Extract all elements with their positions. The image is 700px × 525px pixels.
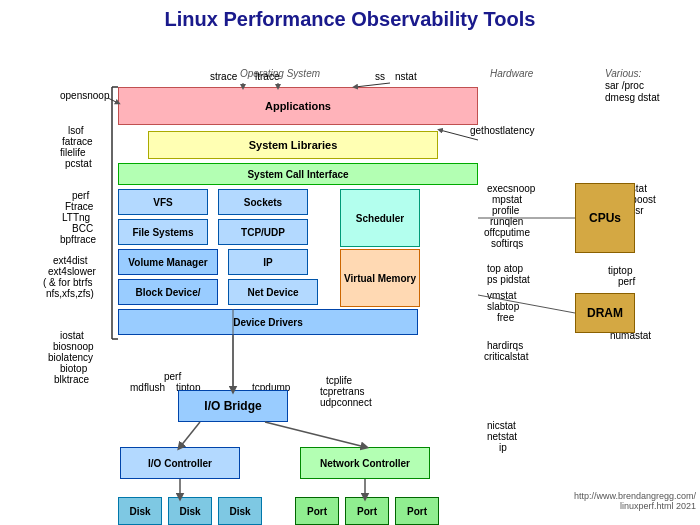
netstat-label: netstat — [487, 431, 517, 442]
io-bridge-label: I/O Bridge — [204, 399, 261, 413]
port1-label: Port — [307, 506, 327, 517]
svg-line-1 — [180, 422, 200, 447]
port3-box: Port — [395, 497, 439, 525]
applications-box: Applications — [118, 87, 478, 125]
tcp-udp-box: TCP/UDP — [218, 219, 308, 245]
applications-label: Applications — [265, 100, 331, 112]
volume-manager-box: Volume Manager — [118, 249, 218, 275]
perf-io-label: perf — [164, 371, 181, 382]
gethostlatency-label: gethostlatency — [470, 125, 535, 136]
disk2-box: Disk — [168, 497, 212, 525]
tcp-udp-label: TCP/UDP — [241, 227, 285, 238]
various-section-label: Various: — [605, 68, 641, 79]
nicstat-label: nicstat — [487, 420, 516, 431]
io-bridge-box: I/O Bridge — [178, 390, 288, 422]
scheduler-label: Scheduler — [356, 213, 404, 224]
disk3-box: Disk — [218, 497, 262, 525]
nfs-xfs-label: nfs,xfs,zfs) — [46, 288, 94, 299]
main-container: Operating System Hardware Various: sar /… — [0, 35, 700, 515]
net-controller-label: Network Controller — [320, 458, 410, 469]
hardware-section-label: Hardware — [490, 68, 533, 79]
svg-line-2 — [265, 422, 365, 447]
filesystems-box: File Systems — [118, 219, 208, 245]
ext4dist-label: ext4dist — [53, 255, 87, 266]
cpus-label: CPUs — [589, 211, 621, 225]
sar-proc-label: sar /proc — [605, 80, 644, 91]
ip-box: IP — [228, 249, 308, 275]
io-controller-label: I/O Controller — [148, 458, 212, 469]
filesystems-label: File Systems — [132, 227, 193, 238]
net-device-box: Net Device — [228, 279, 318, 305]
page-title: Linux Performance Observability Tools — [0, 0, 700, 35]
vmstat-label: vmstat — [487, 290, 516, 301]
ext4slower-label: ext4slower — [48, 266, 96, 277]
disk3-label: Disk — [229, 506, 250, 517]
perf-hw-label: perf — [618, 276, 635, 287]
ltrace-label: ltrace — [255, 71, 279, 82]
net-controller-box: Network Controller — [300, 447, 430, 479]
syscall-label: System Call Interface — [247, 169, 348, 180]
slabtop-label: slabtop — [487, 301, 519, 312]
ip-label: IP — [263, 257, 272, 268]
sockets-label: Sockets — [244, 197, 282, 208]
volume-manager-label: Volume Manager — [128, 257, 207, 268]
dmesg-dstat-label: dmesg dstat — [605, 92, 659, 103]
vfs-box: VFS — [118, 189, 208, 215]
port3-label: Port — [407, 506, 427, 517]
bcc-label: BCC — [72, 223, 93, 234]
biotop-label: biotop — [60, 363, 87, 374]
pcstat-label: pcstat — [65, 158, 92, 169]
tcpretrans-label: tcpretrans — [320, 386, 364, 397]
filelife-label: filelife — [60, 147, 86, 158]
tcplife-label: tcplife — [326, 375, 352, 386]
dram-box: DRAM — [575, 293, 635, 333]
biosnoop-label: biosnoop — [53, 341, 94, 352]
port2-box: Port — [345, 497, 389, 525]
btrfs-note-label: ( & for btrfs — [43, 277, 92, 288]
fatrace-label: fatrace — [62, 136, 93, 147]
port2-label: Port — [357, 506, 377, 517]
softirqs-label: softirqs — [491, 238, 523, 249]
perf-left-label: perf — [72, 190, 89, 201]
cpus-box: CPUs — [575, 183, 635, 253]
io-controller-box: I/O Controller — [120, 447, 240, 479]
top-atop-label: top atop — [487, 263, 523, 274]
virtual-memory-label: Virtual Memory — [344, 273, 416, 284]
free-label: free — [497, 312, 514, 323]
blktrace-label: blktrace — [54, 374, 89, 385]
sockets-box: Sockets — [218, 189, 308, 215]
ps-pidstat-label: ps pidstat — [487, 274, 530, 285]
disk1-label: Disk — [129, 506, 150, 517]
nstat-label: nstat — [395, 71, 417, 82]
criticalstat-label: criticalstat — [484, 351, 528, 362]
lsof-label: lsof — [68, 125, 84, 136]
execsnoop-label: execsnoop — [487, 183, 535, 194]
udpconnect-label: udpconnect — [320, 397, 372, 408]
block-device-label: Block Device/ — [135, 287, 200, 298]
device-drivers-label: Device Drivers — [233, 317, 303, 328]
footnote: http://www.brendangregg.com/linuxperf.ht… — [574, 491, 696, 511]
block-device-box: Block Device/ — [118, 279, 218, 305]
system-libraries-box: System Libraries — [148, 131, 438, 159]
syscall-interface-box: System Call Interface — [118, 163, 478, 185]
disk2-label: Disk — [179, 506, 200, 517]
strace-label: strace — [210, 71, 237, 82]
mdflush-label: mdflush — [130, 382, 165, 393]
iostat-label: iostat — [60, 330, 84, 341]
hardirqs-label: hardirqs — [487, 340, 523, 351]
dram-label: DRAM — [587, 306, 623, 320]
bpftrace-label: bpftrace — [60, 234, 96, 245]
disk1-box: Disk — [118, 497, 162, 525]
virtual-memory-box: Virtual Memory — [340, 249, 420, 307]
ip-right-label: ip — [499, 442, 507, 453]
ss-label: ss — [375, 71, 385, 82]
profile-label: profile — [492, 205, 519, 216]
tiptop-hw-label: tiptop — [608, 265, 632, 276]
ltng-label: LTTng — [62, 212, 90, 223]
biolatency-label: biolatency — [48, 352, 93, 363]
port1-box: Port — [295, 497, 339, 525]
system-libraries-label: System Libraries — [249, 139, 338, 151]
mpstat-label: mpstat — [492, 194, 522, 205]
scheduler-box: Scheduler — [340, 189, 420, 247]
vfs-label: VFS — [153, 197, 172, 208]
